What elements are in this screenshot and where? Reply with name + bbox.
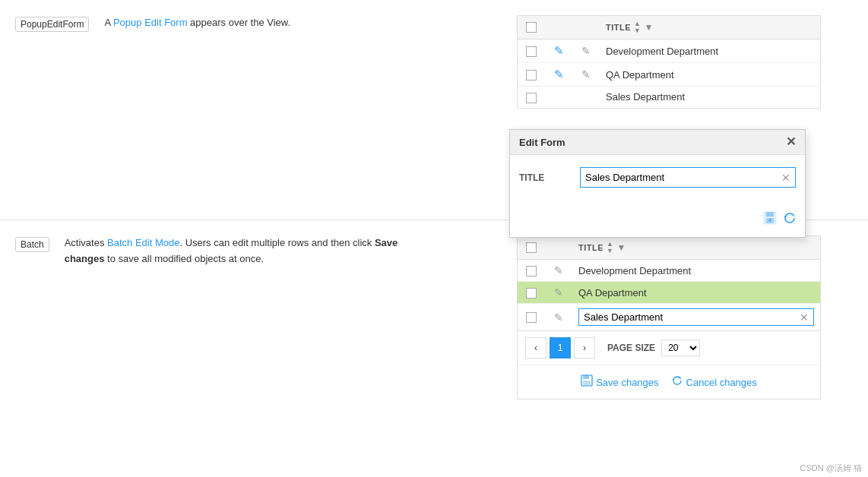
popup-sort-desc: ▼ [634,27,641,34]
popup-sort-icons[interactable]: ▲ ▼ [634,21,641,34]
popup-row2-pencil[interactable]: ✎ [581,68,591,81]
batch-row-1: ✎ Development Department [518,260,820,282]
batch-row3-title-cell: ✕ [572,304,820,331]
pagination-page-1[interactable]: 1 [550,337,571,359]
batch-row-2: ✎ QA Department [518,282,820,304]
batch-description: Activates Batch Edit Mode. Users can edi… [65,235,414,267]
popup-section-left: PopupEditForm A Popup Edit Form appears … [15,15,517,32]
cancel-icon [671,374,683,390]
batch-sort-icons[interactable]: ▲ ▼ [607,241,613,254]
batch-action-bar: Save changes Cancel changes [518,365,820,399]
popup-row1-title: Development Department [600,39,820,63]
popup-link[interactable]: Popup Edit Form [113,17,188,28]
edit-form-dialog: Edit Form ✕ TITLE ✕ [509,129,806,238]
popup-row-1: ✎ ✎ Development Department [518,39,820,63]
cancel-changes-link[interactable]: Cancel changes [671,374,757,390]
batch-th-checkbox [518,236,545,260]
watermark: CSDN @汤姆 猫 [800,463,862,474]
batch-row3-input-wrapper: ✕ [578,308,814,326]
popup-header-checkbox[interactable] [526,22,537,33]
popup-th-title: TITLE ▲ ▼ ▼ [600,16,820,39]
cancel-changes-label: Cancel changes [686,377,757,388]
svg-rect-5 [583,375,589,379]
batch-row2-title: QA Department [572,282,820,304]
batch-badge: Batch [15,237,49,252]
pagination-prev[interactable]: ‹ [525,337,546,359]
popup-th-checkbox [518,16,545,39]
batch-sort-desc: ▼ [607,248,613,254]
batch-row2-pencil[interactable]: ✎ [554,286,563,299]
batch-row3-pencil[interactable]: ✎ [554,311,563,324]
batch-section-left: Batch Activates Batch Edit Mode. Users c… [15,235,517,267]
edit-form-clear-button[interactable]: ✕ [777,172,795,184]
batch-row2-checkbox[interactable] [526,288,537,299]
batch-section-right: TITLE ▲ ▼ ▼ [517,235,853,400]
popup-description: A Popup Edit Form appears over the View. [104,15,290,31]
popup-section: PopupEditForm A Popup Edit Form appears … [0,0,868,220]
edit-form-save-icon[interactable] [762,210,778,229]
batch-row-3: ✎ ✕ [518,304,820,331]
save-icon [581,374,593,390]
batch-mode-link[interactable]: Batch Edit Mode [107,237,179,248]
pagination-next[interactable]: › [574,337,595,359]
batch-row3-input[interactable] [579,309,795,325]
edit-form-title-row: TITLE ✕ [519,167,796,188]
svg-rect-1 [766,212,774,216]
popup-row3-title: Sales Department [600,87,820,108]
batch-th-title: TITLE ▲ ▼ ▼ [572,236,820,260]
edit-form-header: Edit Form ✕ [510,130,805,155]
popup-row1-pencil[interactable]: ✎ [581,45,591,57]
batch-header-checkbox[interactable] [526,242,537,253]
main-container: PopupEditForm A Popup Edit Form appears … [0,0,868,477]
edit-form-title-input[interactable] [581,168,777,187]
popup-row2-edit-icon[interactable]: ✎ [554,68,564,81]
edit-form-input-wrapper: ✕ [580,167,796,188]
popup-row1-edit-icon[interactable]: ✎ [554,44,564,57]
batch-row1-pencil[interactable]: ✎ [554,264,563,276]
batch-row1-title: Development Department [572,260,820,282]
save-changes-link[interactable]: Save changes [581,374,658,390]
pagination-page-size-select[interactable]: 20 50 100 [661,340,700,356]
popup-row2-checkbox[interactable] [526,70,537,81]
batch-th-pencil [545,236,572,260]
popup-th-pencil [572,16,600,39]
edit-form-body: TITLE ✕ [510,155,805,206]
popup-grid-wrapper: TITLE ▲ ▼ ▼ [517,15,821,109]
save-changes-label: Save changes [596,377,658,388]
batch-row1-checkbox[interactable] [526,266,537,276]
popup-grid-table: TITLE ▲ ▼ ▼ [518,16,820,108]
edit-form-footer [510,206,805,237]
popup-row1-checkbox[interactable] [526,46,537,57]
batch-grid-wrapper: TITLE ▲ ▼ ▼ [517,235,821,400]
pagination-page-size-label: PAGE SIZE [607,343,655,353]
popup-grid-area: TITLE ▲ ▼ ▼ [517,15,821,109]
batch-filter-icon[interactable]: ▼ [616,242,626,253]
edit-form-revert-icon[interactable] [782,210,797,229]
popup-row-3: Sales Department [518,87,820,108]
popup-th-title-label: TITLE [606,23,631,32]
batch-row3-clear[interactable]: ✕ [795,311,813,324]
popup-row3-checkbox[interactable] [526,93,537,103]
batch-pagination: ‹ 1 › PAGE SIZE 20 50 100 [518,330,820,365]
batch-section: Batch Activates Batch Edit Mode. Users c… [0,220,868,448]
batch-th-title-label: TITLE [578,243,603,252]
batch-grid-area: TITLE ▲ ▼ ▼ [517,235,821,400]
popup-filter-icon[interactable]: ▼ [644,22,653,33]
edit-form-title: Edit Form [519,137,565,148]
edit-form-close-button[interactable]: ✕ [786,136,796,148]
svg-point-3 [768,219,771,222]
popup-section-right: TITLE ▲ ▼ ▼ [517,15,853,109]
popup-badge: PopupEditForm [15,17,89,32]
batch-grid-table: TITLE ▲ ▼ ▼ [518,236,820,330]
popup-row2-title: QA Department [600,63,820,87]
popup-th-edit [545,16,572,39]
svg-rect-6 [583,381,591,385]
edit-form-title-label: TITLE [519,172,580,183]
edit-form-popup: Edit Form ✕ TITLE ✕ [509,129,806,238]
popup-row-2: ✎ ✎ QA Department [518,63,820,87]
batch-row3-checkbox[interactable] [526,312,537,323]
